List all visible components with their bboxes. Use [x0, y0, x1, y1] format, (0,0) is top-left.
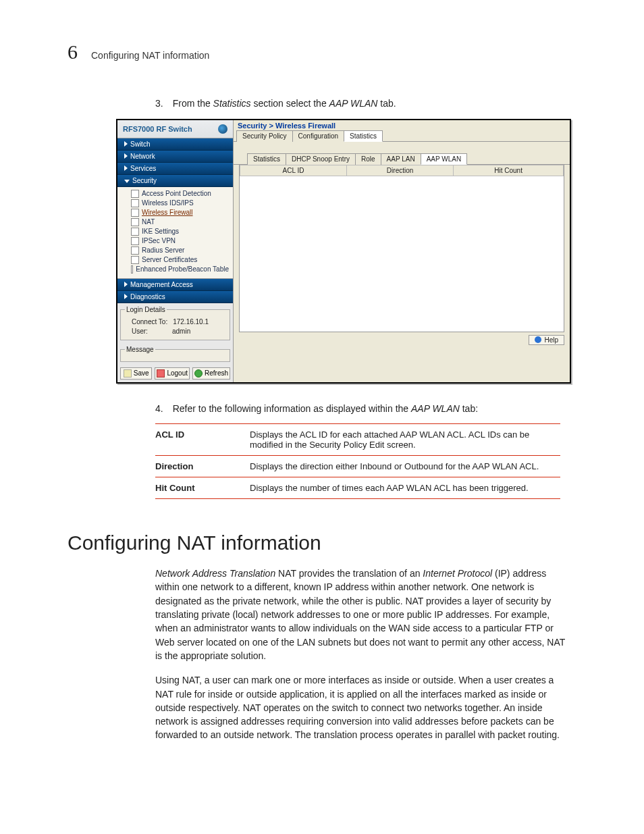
- def-row-direction: Direction Displays the direction either …: [155, 456, 560, 477]
- brand-bar: RFS7000 RF Switch: [117, 120, 233, 138]
- step-3-number: 3.: [155, 97, 163, 111]
- brand-logo-icon: [218, 124, 227, 134]
- subtab-statistics[interactable]: Statistics: [247, 153, 286, 165]
- left-nav-panel: RFS7000 RF Switch Switch Network Service…: [117, 120, 234, 382]
- grid-body-empty: [240, 176, 564, 332]
- step-4-number: 4.: [155, 402, 163, 416]
- tree-icon: [131, 246, 139, 255]
- nat-paragraph-2: Using NAT, a user can mark one or more i…: [155, 673, 567, 741]
- tree-radius-server[interactable]: Radius Server: [120, 246, 230, 255]
- app-screenshot: RFS7000 RF Switch Switch Network Service…: [116, 119, 571, 384]
- def-desc: Displays the ACL ID for each attached AA…: [250, 424, 560, 456]
- nav-network[interactable]: Network: [117, 151, 233, 163]
- def-term: Direction: [155, 456, 250, 477]
- subtab-aap-lan[interactable]: AAP LAN: [381, 153, 421, 165]
- tree-access-point-detection[interactable]: Access Point Detection: [120, 189, 230, 199]
- tab-statistics[interactable]: Statistics: [344, 130, 383, 142]
- chapter-number: 6: [68, 41, 78, 63]
- tree-icon: [131, 199, 139, 207]
- tab-security-policy[interactable]: Security Policy: [236, 130, 293, 142]
- connect-to-value: 172.16.10.1: [173, 318, 209, 325]
- step-3: 3. From the Statistics section select th…: [155, 97, 576, 111]
- def-term: ACL ID: [155, 424, 250, 456]
- nav-switch[interactable]: Switch: [117, 138, 233, 151]
- def-desc: Displays the number of times each AAP WL…: [250, 477, 560, 499]
- tree-server-certificates[interactable]: Server Certificates: [120, 255, 230, 265]
- definition-table: ACL ID Displays the ACL ID for each atta…: [155, 423, 560, 499]
- login-details-panel: Login Details Connect To: 172.16.10.1 Us…: [120, 306, 230, 340]
- sub-tabs: Statistics DHCP Snoop Entry Role AAP LAN…: [234, 153, 570, 165]
- def-term: Hit Count: [155, 477, 250, 499]
- def-row-hit-count: Hit Count Displays the number of times e…: [155, 477, 560, 499]
- step-3-text: From the Statistics section select the A…: [173, 97, 576, 111]
- running-header: 6 Configuring NAT information: [68, 41, 576, 63]
- main-tabs: Security Policy Configuration Statistics: [234, 130, 570, 142]
- step-4-text: Refer to the following information as di…: [173, 402, 576, 416]
- step-4: 4. Refer to the following information as…: [155, 402, 576, 416]
- aap-wlan-grid: ACL ID Direction Hit Count: [239, 165, 564, 332]
- subtab-aap-wlan[interactable]: AAP WLAN: [421, 153, 468, 165]
- message-panel: Message: [120, 346, 230, 362]
- def-desc: Displays the direction either Inbound or…: [250, 456, 560, 477]
- refresh-icon: [194, 369, 203, 377]
- col-direction[interactable]: Direction: [347, 165, 454, 176]
- nat-paragraph-1: Network Address Translation NAT provides…: [155, 567, 567, 662]
- logout-icon: [157, 369, 165, 377]
- tree-ipsec-vpn[interactable]: IPSec VPN: [120, 236, 230, 246]
- nav-services[interactable]: Services: [117, 163, 233, 175]
- connect-to-label: Connect To:: [132, 318, 167, 325]
- tree-icon: [131, 218, 139, 226]
- save-button[interactable]: Save: [120, 367, 152, 380]
- nav-management-access[interactable]: Management Access: [117, 279, 233, 291]
- tree-enhanced-probe[interactable]: Enhanced Probe/Beacon Table: [120, 265, 230, 274]
- def-row-acl-id: ACL ID Displays the ACL ID for each atta…: [155, 424, 560, 456]
- tab-configuration[interactable]: Configuration: [292, 130, 344, 142]
- message-legend: Message: [125, 346, 155, 353]
- subtab-dhcp-snoop[interactable]: DHCP Snoop Entry: [286, 153, 356, 165]
- product-name: RFS7000 RF Switch: [123, 125, 192, 133]
- help-icon: [535, 336, 541, 343]
- tree-wireless-firewall[interactable]: Wireless Firewall: [120, 208, 230, 217]
- subtab-role[interactable]: Role: [355, 153, 381, 165]
- user-label: User:: [132, 328, 167, 335]
- save-icon: [124, 369, 132, 377]
- chapter-title: Configuring NAT information: [91, 50, 209, 61]
- tree-icon: [131, 265, 133, 273]
- tree-wireless-ids-ips[interactable]: Wireless IDS/IPS: [120, 199, 230, 208]
- tree-icon: [131, 228, 139, 236]
- login-legend: Login Details: [125, 306, 167, 313]
- security-subtree: Access Point Detection Wireless IDS/IPS …: [117, 187, 233, 279]
- col-hit-count[interactable]: Hit Count: [454, 165, 564, 176]
- tree-ike-settings[interactable]: IKE Settings: [120, 227, 230, 236]
- help-button[interactable]: Help: [529, 335, 564, 345]
- col-acl-id[interactable]: ACL ID: [240, 165, 347, 176]
- nav-security[interactable]: Security: [117, 175, 233, 187]
- tree-icon: [131, 190, 139, 198]
- section-heading: Configuring NAT information: [68, 531, 576, 554]
- refresh-button[interactable]: Refresh: [192, 367, 230, 380]
- tree-icon: [131, 209, 139, 217]
- tree-nat[interactable]: NAT: [120, 217, 230, 227]
- nav-diagnostics[interactable]: Diagnostics: [117, 291, 233, 303]
- tree-icon: [131, 237, 139, 245]
- tree-icon: [131, 256, 139, 264]
- footer-buttons: Save Logout Refresh: [120, 367, 230, 380]
- breadcrumb: Security > Wireless Firewall: [234, 120, 570, 130]
- user-value: admin: [172, 328, 190, 335]
- logout-button[interactable]: Logout: [155, 367, 190, 380]
